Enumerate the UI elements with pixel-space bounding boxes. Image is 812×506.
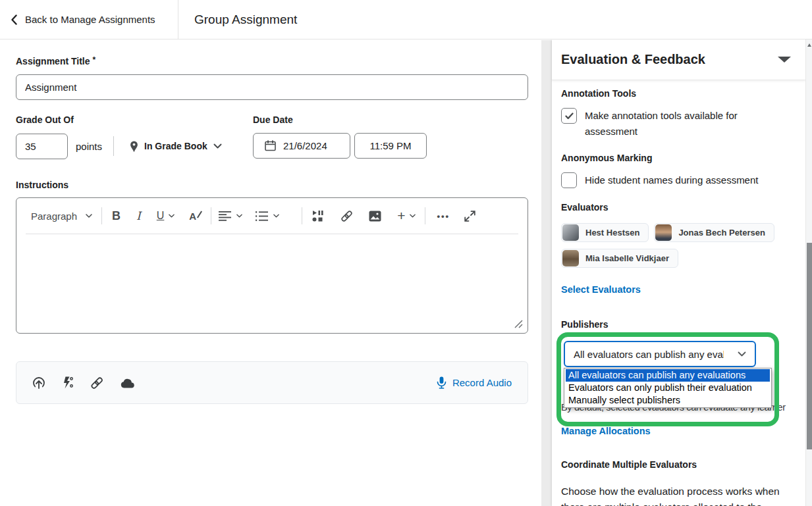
record-audio-label: Record Audio [452, 377, 512, 388]
scrollbar-up-arrow[interactable] [807, 43, 811, 47]
fullscreen-button[interactable] [464, 211, 475, 222]
instructions-text-area[interactable] [16, 234, 528, 333]
pin-icon [130, 141, 138, 152]
coordinate-evaluators-text: Choose how the evaluation process works … [561, 484, 793, 506]
assignment-title-input[interactable] [16, 74, 528, 100]
collapse-triangle-icon[interactable] [778, 57, 791, 63]
record-audio-button[interactable]: Record Audio [437, 376, 512, 389]
lightning-icon [63, 376, 73, 389]
panel-body: Annotation Tools Make annotation tools a… [552, 80, 805, 506]
list-icon [256, 211, 269, 221]
chevron-down-icon [169, 214, 175, 218]
editor-toolbar: Paragraph B I U A [26, 198, 518, 234]
insert-stuff-icon [312, 211, 325, 222]
evaluator-chips: Hest Hestsen Jonas Bech Petersen Mia Isa… [561, 223, 790, 268]
chevron-down-icon [236, 214, 242, 218]
evaluators-label: Evaluators [561, 203, 795, 213]
due-date-value: 21/6/2024 [283, 140, 327, 151]
scrollbar-thumb[interactable] [807, 243, 812, 449]
chevron-down-icon [273, 214, 279, 218]
insert-image-button[interactable] [369, 211, 381, 222]
paragraph-style-dropdown[interactable]: Paragraph [31, 211, 92, 222]
required-asterisk: * [93, 55, 96, 64]
top-bar: Back to Manage Assignments Group Assignm… [0, 0, 812, 39]
publishers-select-value: All evaluators can publish any evaluatio… [574, 349, 724, 360]
toolbar-separator [211, 207, 211, 224]
vertical-scrollbar[interactable] [805, 39, 812, 506]
avatar [562, 224, 579, 241]
panel-title: Evaluation & Feedback [561, 52, 705, 67]
publishers-select[interactable]: All evaluators can publish any evaluatio… [564, 341, 756, 367]
underline-button[interactable]: U [157, 210, 175, 222]
anonymous-marking-label: Anonymous Marking [561, 153, 795, 163]
due-date-input[interactable]: 21/6/2024 [253, 133, 350, 159]
toolbar-overflow-button[interactable]: ••• [437, 211, 450, 221]
bold-button[interactable]: B [112, 209, 121, 223]
upload-icon [32, 376, 45, 389]
insert-link-button[interactable] [340, 210, 353, 222]
publishers-section: All evaluators can publish any evaluatio… [561, 341, 795, 367]
font-color-button[interactable]: A [189, 211, 196, 222]
back-label: Back to Manage Assignments [25, 14, 155, 25]
grade-divider [113, 136, 114, 156]
anonymous-marking-row: Hide student names during assessment [561, 172, 795, 188]
back-chevron-icon [11, 14, 17, 25]
calendar-icon [265, 140, 276, 151]
content-gap [541, 40, 552, 506]
annotation-tools-row: Make annotation tools available for asse… [561, 108, 795, 139]
anonymous-marking-checkbox-label: Hide student names during assessment [585, 172, 759, 188]
annotation-tools-label: Annotation Tools [561, 89, 795, 99]
chevron-down-icon [213, 143, 222, 149]
resize-handle-icon[interactable] [513, 318, 523, 328]
avatar [655, 224, 672, 241]
coordinate-evaluators-label: Coordinate Multiple Evaluators [561, 460, 795, 470]
insert-more-dropdown[interactable]: + [397, 208, 416, 224]
due-date-label: Due Date [253, 115, 427, 125]
assignment-form: Assignment Title* Grade Out Of points In… [0, 40, 541, 506]
grade-value-input[interactable] [16, 134, 68, 159]
dropdown-option[interactable]: Evaluators can only publish their evalua… [566, 382, 770, 394]
back-button[interactable]: Back to Manage Assignments [0, 0, 178, 39]
chevron-down-icon [410, 214, 416, 218]
checkmark-icon [565, 113, 574, 120]
panel-header[interactable]: Evaluation & Feedback [552, 39, 805, 80]
avatar [562, 250, 579, 266]
due-time-input[interactable]: 11:59 PM [354, 133, 427, 159]
insert-stuff-button[interactable] [312, 211, 325, 222]
evaluator-chip[interactable]: Mia Isabelle Vidkjaer [561, 249, 678, 268]
dropdown-option[interactable]: Manually select publishers [566, 394, 770, 407]
microphone-icon [437, 376, 447, 389]
publishers-dropdown-list: All evaluators can publish any evaluatio… [564, 368, 772, 408]
align-icon [219, 211, 232, 221]
cloud-storage-button[interactable] [121, 378, 135, 388]
evaluator-chip[interactable]: Jonas Bech Petersen [654, 223, 774, 242]
publishers-label: Publishers [561, 320, 795, 330]
link-icon [340, 210, 353, 222]
list-dropdown[interactable] [256, 211, 279, 221]
grade-out-of-label: Grade Out Of [16, 115, 253, 125]
upload-file-button[interactable] [32, 376, 45, 389]
select-evaluators-link[interactable]: Select Evaluators [561, 284, 641, 295]
italic-button[interactable]: I [136, 209, 141, 222]
annotation-tools-checkbox[interactable] [561, 108, 577, 124]
evaluator-chip[interactable]: Hest Hestsen [561, 223, 649, 242]
attach-link-button[interactable] [90, 376, 103, 390]
dropdown-option-selected[interactable]: All evaluators can publish any evaluatio… [566, 369, 770, 382]
align-dropdown[interactable] [219, 211, 242, 221]
page-title: Group Assignment [194, 13, 297, 27]
annotation-tools-checkbox-label: Make annotation tools available for asse… [585, 108, 759, 139]
anonymous-marking-checkbox[interactable] [561, 172, 577, 188]
assignment-title-label: Assignment Title* [16, 55, 528, 66]
in-grade-book-label: In Grade Book [144, 141, 207, 151]
toolbar-separator [425, 207, 425, 224]
manage-allocations-link[interactable]: Manage Allocations [561, 426, 651, 436]
in-grade-book-button[interactable]: In Grade Book [130, 141, 222, 152]
chevron-down-icon [86, 214, 92, 218]
quicklink-activity-button[interactable] [63, 376, 73, 389]
toolbar-separator [302, 207, 302, 224]
instructions-label: Instructions [16, 180, 528, 190]
image-icon [369, 211, 381, 222]
chevron-down-icon [738, 351, 746, 357]
attachments-bar: Record Audio [16, 361, 528, 404]
points-label: points [76, 141, 102, 152]
